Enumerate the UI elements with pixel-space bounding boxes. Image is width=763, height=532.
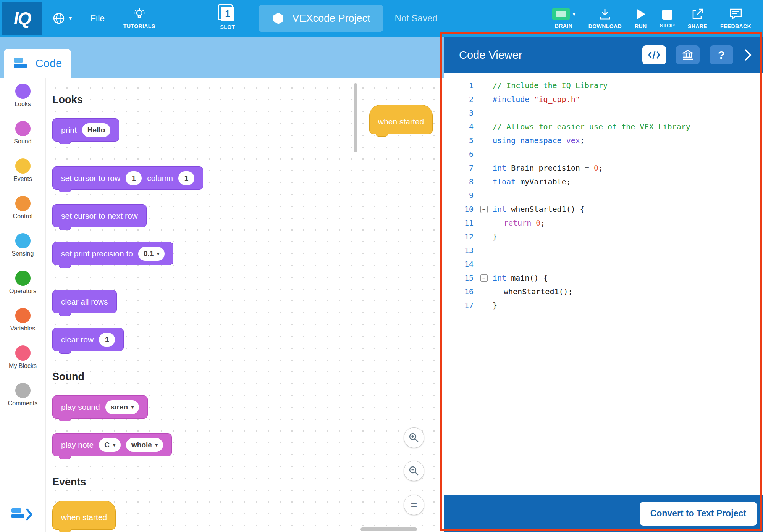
code-line: 12}	[444, 230, 763, 243]
category-color-dot	[15, 84, 31, 99]
language-menu-button[interactable]: ▾	[52, 11, 72, 25]
block-dropdown[interactable]: 0.1▾	[138, 247, 165, 261]
category-variables[interactable]: Variables	[0, 303, 45, 340]
block-clear-row[interactable]: clear row1	[52, 328, 124, 351]
category-control[interactable]: Control	[0, 190, 45, 228]
block-play-sound[interactable]: play soundsiren▾	[52, 395, 148, 419]
code-line: 17}	[444, 298, 763, 312]
code-line: 10−int whenStarted1() {	[444, 202, 763, 216]
collapse-palette-button[interactable]	[11, 505, 33, 526]
chevron-down-icon: ▾	[573, 11, 575, 17]
stop-button[interactable]: STOP	[660, 8, 675, 29]
download-button[interactable]: DOWNLOAD	[588, 8, 622, 29]
chevron-down-icon: ▾	[131, 405, 134, 410]
code-line: 13	[444, 243, 763, 257]
block-print[interactable]: printHello	[52, 118, 119, 142]
chevron-down-icon: ▾	[157, 251, 159, 256]
category-label: Variables	[10, 325, 36, 332]
zoom-out-button[interactable]	[404, 461, 424, 481]
convert-to-text-button[interactable]: Convert to Text Project	[640, 502, 757, 526]
category-my-blocks[interactable]: My Blocks	[0, 340, 45, 377]
line-number: 15	[444, 273, 475, 282]
block-input[interactable]: 1	[99, 333, 115, 347]
block-label: clear row	[61, 335, 94, 344]
category-looks[interactable]: Looks	[0, 78, 45, 116]
line-number: 1	[444, 81, 475, 90]
category-comments[interactable]: Comments	[0, 377, 45, 415]
brain-button[interactable]: ▾ BRAIN	[552, 8, 575, 29]
code-line: 11return 0;	[444, 216, 763, 230]
slot-button[interactable]: 1 SLOT	[220, 7, 235, 30]
vex-iq-logo[interactable]: IQ	[2, 2, 42, 35]
workspace-canvas[interactable]: LooksprintHelloset cursor to row1column1…	[45, 78, 444, 532]
code-text: int whenStarted1() {	[493, 205, 585, 214]
block-play-note[interactable]: play noteC▾whole▾	[52, 433, 172, 456]
line-number: 11	[444, 218, 475, 227]
fold-toggle[interactable]: −	[480, 206, 488, 213]
code-line: 1// Include the IQ Library	[444, 79, 763, 92]
block-input[interactable]: Hello	[82, 123, 110, 137]
code-viewer-panel: Code Viewer ? 1// Include the IQ Library…	[444, 37, 763, 532]
palette-section-looks: LooksprintHelloset cursor to row1column1…	[52, 94, 203, 351]
category-events[interactable]: Events	[0, 153, 45, 190]
tutorials-button[interactable]: TUTORIALS	[123, 8, 155, 29]
project-name: VEXcode Project	[292, 13, 370, 24]
category-sensing[interactable]: Sensing	[0, 228, 45, 265]
block-when-started[interactable]: when started	[52, 501, 116, 530]
share-button[interactable]: SHARE	[688, 8, 707, 29]
block-dropdown[interactable]: C▾	[99, 438, 121, 452]
help-button[interactable]: ?	[710, 45, 733, 64]
line-number: 2	[444, 95, 475, 104]
horizontal-scrollbar[interactable]	[360, 527, 417, 531]
line-number: 7	[444, 163, 475, 172]
block-set-cursor-to-row[interactable]: set cursor to row1column1	[52, 166, 203, 190]
palette-scrollbar[interactable]	[354, 83, 357, 152]
line-number: 14	[444, 260, 475, 269]
block-when-started[interactable]: when started	[369, 105, 433, 134]
category-color-dot	[15, 121, 31, 136]
block-label: print	[61, 126, 77, 135]
share-label: SHARE	[688, 23, 707, 29]
block-clear-all-rows[interactable]: clear all rows	[52, 290, 117, 313]
feedback-button[interactable]: FEEDBACK	[720, 8, 751, 29]
indent-guide	[495, 285, 495, 298]
category-label: My Blocks	[9, 363, 37, 369]
dropdown-value: siren	[111, 403, 128, 411]
project-name-button[interactable]: VEXcode Project	[259, 5, 383, 32]
category-operators[interactable]: Operators	[0, 265, 45, 303]
block-palette: LooksprintHelloset cursor to row1column1…	[52, 94, 203, 532]
code-line: 4// Allows for easier use of the VEX Lib…	[444, 120, 763, 134]
toolbar-divider	[114, 10, 114, 27]
code-line: 5using namespace vex;	[444, 134, 763, 147]
collapse-panel-chevron[interactable]	[743, 48, 753, 61]
block-input[interactable]: 1	[178, 171, 194, 185]
palette-section-title: Sound	[52, 371, 203, 382]
zoom-reset-button[interactable]: =	[404, 495, 424, 515]
block-input[interactable]: 1	[126, 171, 142, 185]
code-text: whenStarted1();	[493, 285, 573, 298]
stop-label: STOP	[660, 23, 675, 29]
block-set-cursor-to-next-row[interactable]: set cursor to next row	[52, 204, 147, 227]
category-color-dot	[15, 383, 31, 398]
code-line: 2#include "iq_cpp.h"	[444, 92, 763, 106]
library-button[interactable]	[676, 45, 700, 64]
download-label: DOWNLOAD	[588, 23, 622, 29]
code-line: 6	[444, 147, 763, 161]
category-sound[interactable]: Sound	[0, 116, 45, 153]
tab-code[interactable]: Code	[4, 49, 71, 78]
block-dropdown[interactable]: whole▾	[126, 438, 163, 452]
dropdown-value: C	[104, 441, 110, 449]
run-label: RUN	[635, 23, 647, 29]
code-text: // Include the IQ Library	[493, 81, 608, 90]
zoom-in-button[interactable]	[404, 427, 424, 448]
run-button[interactable]: RUN	[635, 8, 647, 29]
file-menu-button[interactable]: File	[91, 13, 105, 24]
category-label: Events	[13, 176, 32, 182]
block-dropdown[interactable]: siren▾	[105, 400, 139, 414]
block-set-print-precision-to[interactable]: set print precision to0.1▾	[52, 242, 173, 265]
category-list: LooksSoundEventsControlSensingOperatorsV…	[0, 78, 45, 415]
code-brackets-icon	[648, 50, 661, 60]
fold-toggle[interactable]: −	[480, 274, 488, 282]
code-text: }	[493, 301, 497, 310]
code-format-button[interactable]	[642, 45, 666, 64]
